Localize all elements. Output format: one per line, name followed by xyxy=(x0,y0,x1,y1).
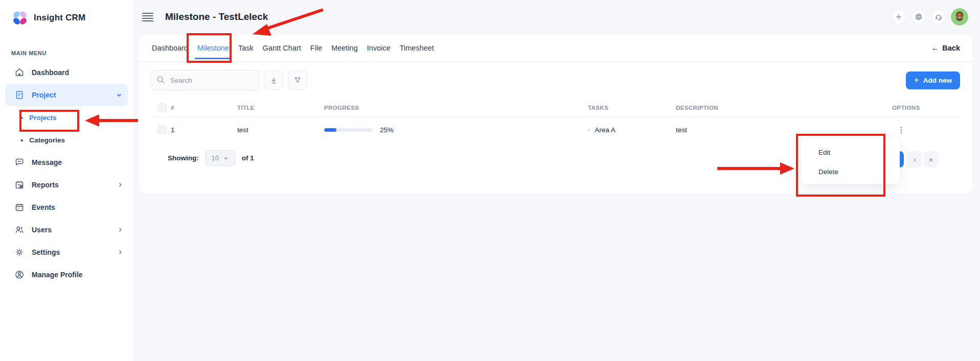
tab-invoice[interactable]: Invoice xyxy=(362,35,395,61)
menu-item-delete[interactable]: Delete xyxy=(801,162,900,181)
export-button[interactable] xyxy=(264,70,283,90)
chevron-right-icon xyxy=(117,226,124,233)
flower-logo-icon xyxy=(11,9,29,27)
sidebar-item-label: Manage Profile xyxy=(32,271,83,279)
profile-icon xyxy=(14,270,25,280)
filter-button[interactable] xyxy=(288,70,307,90)
chevron-right-icon xyxy=(117,181,124,188)
language-button[interactable] xyxy=(911,9,926,25)
topbar-actions xyxy=(891,8,968,26)
user-avatar[interactable] xyxy=(951,8,968,26)
sidebar-item-label: Events xyxy=(32,203,55,211)
tab-meeting[interactable]: Meeting xyxy=(327,35,362,61)
sidebar-section-label: MAIN MENU xyxy=(11,50,133,56)
table-row: 1 test 25% ◦ Area A test ⋮ xyxy=(139,117,972,142)
menu-item-edit[interactable]: Edit xyxy=(801,142,900,162)
app-root: Insight CRM MAIN MENU Dashboard Project xyxy=(0,0,980,361)
table-header: # TITLE PROGRESS TASKS DESCRIPTION OPTIO… xyxy=(139,99,972,117)
last-page-button[interactable]: » xyxy=(923,151,939,167)
globe-icon xyxy=(915,13,923,21)
column-header-tasks: TASKS xyxy=(588,105,676,111)
sidebar-item-projects[interactable]: • Projects xyxy=(0,106,133,129)
row-options-menu: Edit Delete xyxy=(801,139,900,184)
app-name: Insight CRM xyxy=(34,13,85,23)
row-tasks: ◦ Area A xyxy=(588,126,676,134)
sidebar-item-label: Message xyxy=(32,158,62,166)
page-title: Milestone - TestLeleck xyxy=(165,11,268,22)
row-options-kebab-icon[interactable]: ⋮ xyxy=(895,125,907,135)
tab-timesheet[interactable]: Timesheet xyxy=(395,35,439,61)
sidebar-item-settings[interactable]: Settings xyxy=(0,241,133,263)
tab-label: File xyxy=(310,44,322,52)
tabs-bar: Dashboard Milestone Task Gantt Chart Fil… xyxy=(139,35,972,61)
row-title: test xyxy=(237,126,324,134)
tab-task[interactable]: Task xyxy=(234,35,258,61)
sidebar-item-manage-profile[interactable]: Manage Profile xyxy=(0,263,133,286)
sidebar-item-project[interactable]: Project xyxy=(5,84,128,106)
column-header-progress: PROGRESS xyxy=(324,105,588,111)
sidebar-item-users[interactable]: Users xyxy=(0,219,133,241)
select-all-checkbox[interactable] xyxy=(157,103,167,112)
top-bar: Milestone - TestLeleck xyxy=(133,0,980,34)
task-label: Area A xyxy=(595,126,616,134)
sidebar-item-categories[interactable]: • Categories xyxy=(0,129,133,151)
progress-label: 25% xyxy=(380,126,394,134)
support-button[interactable] xyxy=(931,9,946,25)
tab-label: Timesheet xyxy=(400,44,434,52)
sidebar-item-label: Dashboard xyxy=(32,68,69,77)
bullet-icon: • xyxy=(20,136,23,145)
task-bullet-icon: ◦ xyxy=(588,126,590,133)
chevron-down-icon xyxy=(116,91,123,99)
back-button[interactable]: ← Back xyxy=(931,44,960,52)
plus-icon: + xyxy=(914,75,919,85)
avatar-image xyxy=(951,8,968,26)
add-new-button[interactable]: + Add new xyxy=(906,71,960,89)
row-checkbox[interactable] xyxy=(157,125,167,134)
sidebar-item-events[interactable]: Events xyxy=(0,196,133,219)
reports-icon xyxy=(14,180,25,190)
row-progress: 25% xyxy=(324,126,588,134)
plus-icon xyxy=(895,13,903,21)
tab-dashboard[interactable]: Dashboard xyxy=(147,35,193,61)
bullet-icon: • xyxy=(20,113,23,122)
sidebar-item-label: Project xyxy=(32,91,56,99)
filter-icon xyxy=(293,76,302,85)
add-new-label: Add new xyxy=(923,77,952,84)
tab-milestone[interactable]: Milestone xyxy=(193,35,234,61)
chevron-right-icon xyxy=(117,249,124,256)
hamburger-menu-icon[interactable] xyxy=(142,13,153,21)
showing-label: Showing: xyxy=(168,154,199,162)
sidebar-nav: Dashboard Project • Projects • Categorie… xyxy=(0,61,133,286)
progress-bar xyxy=(324,128,373,132)
tab-label: Gantt Chart xyxy=(263,44,301,52)
sidebar-item-label: Reports xyxy=(32,181,59,189)
next-page-button[interactable]: › xyxy=(907,151,922,167)
page-size-select[interactable]: 10 xyxy=(205,150,236,166)
sidebar-subitem-label: Projects xyxy=(29,114,56,122)
tab-gantt-chart[interactable]: Gantt Chart xyxy=(258,35,306,61)
quick-add-button[interactable] xyxy=(891,9,906,25)
back-label: Back xyxy=(942,44,960,52)
sidebar-item-label: Users xyxy=(32,226,52,234)
sidebar-subitem-label: Categories xyxy=(29,136,65,144)
sidebar-item-reports[interactable]: Reports xyxy=(0,174,133,196)
tab-file[interactable]: File xyxy=(306,35,327,61)
tab-label: Milestone xyxy=(197,44,229,52)
row-description: test xyxy=(676,126,892,134)
page-size-value: 10 xyxy=(212,154,219,162)
progress-fill xyxy=(324,128,336,132)
sidebar-item-dashboard[interactable]: Dashboard xyxy=(0,61,133,84)
project-icon xyxy=(14,90,25,100)
home-icon xyxy=(14,67,25,78)
message-icon xyxy=(14,157,25,167)
column-header-description: DESCRIPTION xyxy=(676,105,892,111)
search-icon xyxy=(156,75,166,85)
sidebar-item-message[interactable]: Message xyxy=(0,151,133,174)
column-header-options: OPTIONS xyxy=(892,105,961,111)
row-num: 1 xyxy=(171,126,237,134)
search-input[interactable] xyxy=(150,70,259,90)
headset-icon xyxy=(935,13,943,21)
chevron-down-icon xyxy=(223,155,229,161)
tab-label: Dashboard xyxy=(152,44,188,52)
back-arrow-icon: ← xyxy=(931,44,939,52)
